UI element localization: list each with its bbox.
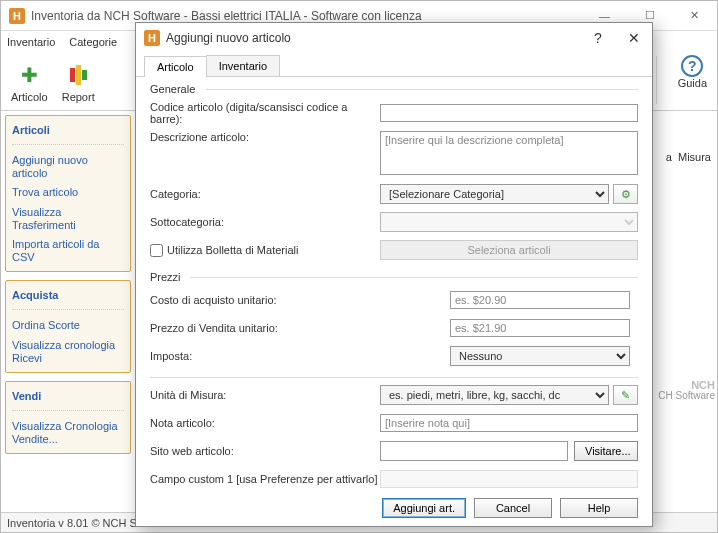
dialog-close-button[interactable]: ✕ [616,23,652,53]
help-icon: ? [681,55,703,77]
dialog-title: Aggiungi nuovo articolo [166,31,580,45]
aggiungi-button[interactable]: Aggiungi art. [382,498,466,518]
label-vendita: Prezzo di Vendita unitario: [150,322,450,334]
label-costo: Costo di acquisto unitario: [150,294,450,306]
status-text: Inventoria v 8.01 © NCH S [7,517,137,529]
fieldset-prezzi: Prezzi Costo di acquisto unitario: Prezz… [150,271,638,367]
dialog-body: Generale Codice articolo (digita/scansis… [136,77,652,490]
toolbar-guida[interactable]: ? Guida [678,55,707,89]
menu-categorie[interactable]: Categorie [69,36,117,48]
dialog-titlebar: H Aggiungi nuovo articolo ? ✕ [136,23,652,53]
app-icon: H [144,30,160,46]
label-custom1: Campo custom 1 [usa Preferenze per attiv… [150,473,380,485]
label-sottocat: Sottocategoria: [150,216,380,228]
toolbar-articolo[interactable]: ✚ Articolo [11,61,48,103]
label-codice: Codice articolo (digita/scansisci codice… [150,101,380,125]
nch-logo: NCH CH Software [645,381,715,400]
add-item-dialog: H Aggiungi nuovo articolo ? ✕ Articolo I… [135,22,653,527]
pencil-icon: ✎ [621,389,630,402]
cancel-button[interactable]: Cancel [474,498,552,518]
label-nota: Nota articolo: [150,417,380,429]
descrizione-input[interactable] [380,131,638,175]
sidebar-head: Articoli [12,120,124,145]
bom-checkbox-row[interactable]: Utilizza Bolletta di Materiali [150,244,380,257]
sidebar-item-vendite[interactable]: Visualizza Cronologia Vendite... [12,417,124,449]
window-title: Inventoria da NCH Software - Bassi elett… [31,9,582,23]
dialog-buttons: Aggiungi art. Cancel Help [136,490,652,526]
nota-input[interactable] [380,414,638,432]
sottocategoria-select [380,212,638,232]
toolbar-report[interactable]: Report [62,61,95,103]
dialog-help-button[interactable]: ? [580,23,616,53]
label-sito: Sito web articolo: [150,445,380,457]
label-unita: Unità di Misura: [150,389,380,401]
categoria-manage-button[interactable]: ⚙ [613,184,638,204]
sidebar-item-trasferimenti[interactable]: Visualizza Trasferimenti [12,203,124,235]
bars-icon [64,61,92,89]
sidebar-item-ricevi[interactable]: Visualizza cronologia Ricevi [12,336,124,368]
tab-inventario[interactable]: Inventario [206,55,280,76]
costo-input[interactable] [450,291,630,309]
legend-generale: Generale [150,83,638,95]
codice-input[interactable] [380,104,638,122]
visitare-button[interactable]: Visitare... [574,441,638,461]
label-bom: Utilizza Bolletta di Materiali [167,244,298,256]
close-button[interactable]: ✕ [672,1,717,31]
sidebar-item-trova[interactable]: Trova articolo [12,183,124,202]
vendita-input[interactable] [450,319,630,337]
sidebar-item-aggiungi[interactable]: Aggiungi nuovo articolo [12,151,124,183]
unita-select[interactable]: es. piedi, metri, libre, kg, sacchi, dc [380,385,609,405]
sidebar: Articoli Aggiungi nuovo articolo Trova a… [1,111,135,512]
sidebar-group-acquista: Acquista Ordina Scorte Visualizza cronol… [5,280,131,373]
column-headers: a Misura [666,151,711,163]
categoria-select[interactable]: [Selezionare Categoria] [380,184,609,204]
tab-articolo[interactable]: Articolo [144,56,207,77]
dialog-tabs: Articolo Inventario [136,55,652,77]
sidebar-item-ordina[interactable]: Ordina Scorte [12,316,124,335]
sidebar-group-articoli: Articoli Aggiungi nuovo articolo Trova a… [5,115,131,272]
label-imposta: Imposta: [150,350,450,362]
plus-icon: ✚ [15,61,43,89]
custom1-input [380,470,638,488]
fieldset-generale: Generale Codice articolo (digita/scansis… [150,83,638,261]
label-categoria: Categoria: [150,188,380,200]
unita-edit-button[interactable]: ✎ [613,385,638,405]
sidebar-group-vendi: Vendi Visualizza Cronologia Vendite... [5,381,131,454]
imposta-select[interactable]: Nessuno [450,346,630,366]
sidebar-head: Vendi [12,386,124,411]
legend-prezzi: Prezzi [150,271,638,283]
help-button[interactable]: Help [560,498,638,518]
bom-checkbox[interactable] [150,244,163,257]
sidebar-head: Acquista [12,285,124,310]
label-descr: Descrizione articolo: [150,131,380,143]
seleziona-articoli-button: Seleziona articoli [380,240,638,260]
menu-inventario[interactable]: Inventario [7,36,55,48]
app-icon: H [9,8,25,24]
sito-input[interactable] [380,441,568,461]
sidebar-item-importa[interactable]: Importa articoli da CSV [12,235,124,267]
toolbar-separator [656,56,657,104]
gear-icon: ⚙ [621,188,631,201]
